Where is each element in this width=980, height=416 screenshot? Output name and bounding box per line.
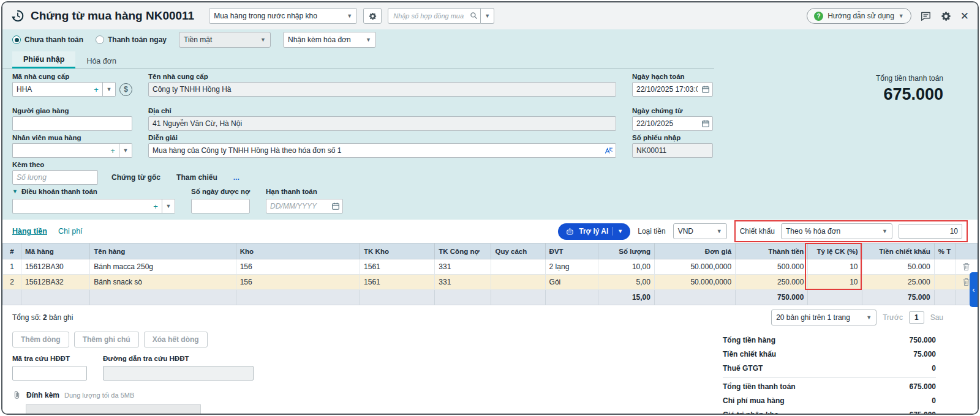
summary-panel: Tổng tiền hàng 750.000 Tiền chiết khấu 7… <box>723 329 968 415</box>
invoice-option-select[interactable]: Nhận kèm hóa đơn ▼ <box>283 32 376 48</box>
tab-chi-phi[interactable]: Chi phí <box>58 227 83 236</box>
reference-more-link[interactable]: ... <box>233 173 239 182</box>
tab-hang-tien[interactable]: Hàng tiền <box>12 227 47 236</box>
attach-count-input[interactable] <box>12 170 98 185</box>
radio-unpaid[interactable]: Chưa thanh toán <box>12 35 83 44</box>
add-buyer-button[interactable]: + <box>107 143 119 158</box>
invoice-lookup-code-label: Mã tra cứu HĐĐT <box>12 355 87 362</box>
column-header[interactable]: % T <box>934 243 955 259</box>
settings-icon[interactable] <box>940 10 952 22</box>
column-header[interactable]: # <box>3 243 21 259</box>
payment-terms-label[interactable]: ▼ Điều khoản thanh toán <box>12 188 175 195</box>
buyer-dropdown-button[interactable]: ▼ <box>119 143 132 158</box>
currency-select[interactable]: VND ▼ <box>673 223 727 239</box>
address-label: Địa chỉ <box>148 107 616 114</box>
document-form: Mã nhà cung cấp + ▼ $ Tên nhà cung cấp N… <box>2 69 978 220</box>
debt-days-input[interactable] <box>191 199 250 214</box>
discount-type-select[interactable]: Theo % hóa đơn ▼ <box>781 223 892 239</box>
pagination-row: Tổng số: 2 bản ghi 20 bản ghi trên 1 tra… <box>2 305 978 328</box>
buyer-group: Nhân viên mua hàng + ▼ <box>12 134 132 158</box>
supplier-name-label: Tên nhà cung cấp <box>148 73 616 80</box>
reference-label: Tham chiếu <box>176 173 217 182</box>
supplier-code-group: Mã nhà cung cấp + ▼ $ <box>12 73 132 97</box>
document-tabs: Phiếu nhập Hóa đơn <box>2 50 978 69</box>
column-header[interactable]: Tên hàng <box>90 243 236 259</box>
receipt-no-label: Số phiếu nhập <box>632 134 713 141</box>
tab-hoa-don[interactable]: Hóa đơn <box>75 53 127 69</box>
page-size-select[interactable]: 20 bản ghi trên 1 trang ▼ <box>771 310 876 325</box>
help-guide-button[interactable]: ? Hướng dẫn sử dụng ▼ <box>807 8 911 24</box>
deliverer-label: Người giao hàng <box>12 107 132 114</box>
ai-assistant-button[interactable]: Trợ lý AI ▼ <box>558 223 630 240</box>
invoice-lookup-url-input[interactable] <box>103 366 254 381</box>
doc-date-label: Ngày chứng từ <box>632 107 713 114</box>
buyer-input[interactable] <box>12 143 107 158</box>
add-terms-button[interactable]: + <box>149 199 162 214</box>
supplier-balance-icon[interactable]: $ <box>119 83 132 96</box>
invoice-lookup-code-input[interactable] <box>12 366 87 381</box>
column-header[interactable]: Tỷ lệ CK (%) <box>808 243 862 259</box>
type-settings-button[interactable] <box>363 8 382 24</box>
column-header[interactable]: Quy cách <box>491 243 545 259</box>
column-header[interactable]: Kho <box>236 243 360 259</box>
supplier-dropdown-button[interactable]: ▼ <box>103 82 116 97</box>
deliverer-group: Người giao hàng <box>12 107 132 131</box>
receipt-no-input[interactable] <box>632 143 713 158</box>
chevron-down-icon: ▼ <box>617 229 623 234</box>
column-header[interactable]: Mã hàng <box>21 243 90 259</box>
chevron-down-icon: ▼ <box>882 229 888 234</box>
file-dropzone[interactable]: Kéo/thả tệp vào đây hoặc bấm vào đây <box>26 404 201 415</box>
next-page-button[interactable]: Sau <box>930 313 943 322</box>
detail-toolbar: Hàng tiền Chi phí Trợ lý AI ▼ Loại tiền … <box>2 220 978 243</box>
address-group: Địa chỉ <box>148 107 616 131</box>
column-header[interactable]: ĐVT <box>545 243 598 259</box>
bottom-area: Thêm dòng Thêm ghi chú Xóa hết dòng Mã t… <box>2 328 978 415</box>
table-row[interactable]: 1 15612BA30 Bánh macca 250g 156 1561 331… <box>3 259 978 275</box>
add-note-button[interactable]: Thêm ghi chú <box>74 332 139 347</box>
terms-dropdown-button[interactable]: ▼ <box>162 199 175 214</box>
column-header[interactable]: TK Công nợ <box>435 243 491 259</box>
supplier-name-input[interactable] <box>148 82 616 97</box>
column-header[interactable]: Số lượng <box>598 243 654 259</box>
payment-method-select[interactable]: Tiền mặt ▼ <box>179 32 271 48</box>
due-date-input[interactable] <box>266 199 343 214</box>
radio-pay-now[interactable]: Thanh toán ngay <box>96 35 167 44</box>
attach-label[interactable]: Đính kèm <box>26 391 59 399</box>
column-header[interactable]: Đơn giá <box>654 243 735 259</box>
supplier-name-group: Tên nhà cung cấp <box>148 73 616 97</box>
document-type-select[interactable]: Mua hàng trong nước nhập kho ▼ <box>209 8 357 24</box>
discount-label: Chiết khấu <box>740 227 775 236</box>
column-header[interactable]: Tiền chiết khấu <box>862 243 934 259</box>
contract-search-input[interactable] <box>388 8 481 24</box>
deliverer-input[interactable] <box>12 116 132 131</box>
delete-all-rows-button[interactable]: Xóa hết dòng <box>144 332 208 347</box>
column-header[interactable]: Thành tiền <box>736 243 808 259</box>
due-date-group: Hạn thanh toán <box>266 188 343 214</box>
add-supplier-button[interactable]: + <box>90 82 103 97</box>
grand-total-box: Tổng tiền thanh toán 675.000 <box>729 73 968 104</box>
posting-date-input[interactable] <box>632 82 713 97</box>
discount-value-input[interactable] <box>899 224 962 239</box>
summary-row: Tổng tiền thanh toán 675.000 <box>723 379 936 393</box>
description-input[interactable] <box>148 143 616 158</box>
feedback-icon[interactable] <box>920 10 932 22</box>
summary-row: Giá trị nhập kho 675.000 <box>723 407 936 415</box>
close-icon[interactable]: ✕ <box>960 10 969 23</box>
column-header[interactable]: TK Kho <box>360 243 435 259</box>
annotation-box-discount: Chiết khấu Theo % hóa đơn ▼ <box>734 220 968 242</box>
translate-icon[interactable] <box>604 146 613 155</box>
table-row[interactable]: 2 15612BA32 Bánh snack sò 156 1561 331 G… <box>3 275 978 290</box>
side-panel-toggle[interactable]: ‹ <box>970 272 978 307</box>
current-page-button[interactable]: 1 <box>909 311 924 324</box>
payment-terms-input[interactable] <box>12 199 149 214</box>
tab-phieu-nhap[interactable]: Phiếu nhập <box>12 51 75 69</box>
add-row-button[interactable]: Thêm dòng <box>12 332 69 347</box>
document-history-icon[interactable] <box>11 9 24 23</box>
doc-date-input[interactable] <box>632 116 713 131</box>
prev-page-button[interactable]: Trước <box>883 313 903 322</box>
supplier-code-input[interactable] <box>12 82 90 97</box>
invoice-lookup-url-label: Đường dẫn tra cứu HĐĐT <box>103 355 254 362</box>
address-input[interactable] <box>148 116 616 131</box>
contract-search-caret[interactable]: ▼ <box>481 8 494 24</box>
total-amount: 750.000 <box>736 290 808 305</box>
